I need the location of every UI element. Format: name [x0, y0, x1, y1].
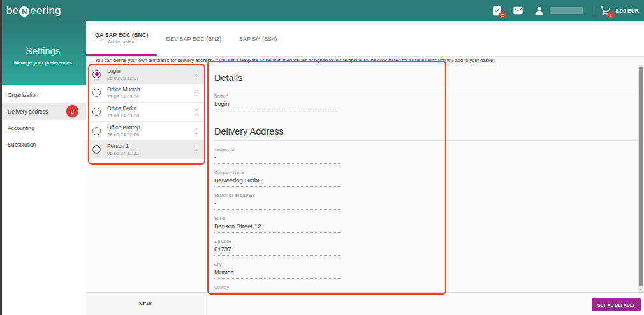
system-tabs: QA SAP ECC (BNC) Active system DEV SAP E…	[86, 21, 644, 57]
field-label: Company Name	[214, 170, 340, 175]
field-value-input[interactable]: Benson Street 12	[214, 221, 340, 233]
field-label: Country	[214, 285, 340, 289]
sidebar-item-label: Substitution	[8, 142, 36, 148]
person-icon	[534, 5, 545, 16]
field-label: Street	[214, 216, 340, 221]
address-template-list: Login 25.03.25 12:37 ⋮ Office Munich 27.…	[86, 65, 205, 292]
field-value-input[interactable]: -	[214, 152, 340, 164]
form-field: Name * Login	[214, 94, 340, 110]
settings-header: Settings Manage your preferences	[0, 21, 86, 85]
address-list-item[interactable]: Office Berlin 27.03.24 03:58 ⋮	[86, 103, 205, 122]
sidebar-item-label: Organization	[8, 92, 38, 98]
tab-label: SAP S/4 (BS4)	[239, 36, 277, 42]
system-tab[interactable]: DEV SAP ECC (BN2)	[157, 21, 230, 56]
address-date: 26.03.24 22:06	[107, 132, 140, 138]
address-list-item[interactable]: Login 25.03.25 12:37 ⋮	[86, 65, 205, 84]
address-date: 27.03.24 03:58	[107, 94, 140, 99]
field-label: Zip Code	[214, 239, 340, 244]
beneering-logo[interactable]: be N eering	[6, 4, 61, 17]
topbar-actions: 55 1 8,99 EUR	[481, 5, 644, 17]
field-value-input[interactable]: BeNeering GmbH	[214, 175, 340, 187]
sidebar-item[interactable]: Accounting	[0, 120, 86, 136]
field-label: Name *	[214, 94, 340, 98]
address-name: Login	[107, 68, 139, 74]
account-button[interactable]	[534, 5, 545, 16]
tab-sublabel: Active system	[108, 40, 135, 44]
field-value-input[interactable]: Login	[214, 98, 340, 110]
field-value-input[interactable]: 81737	[214, 244, 340, 256]
vertical-scrollbar[interactable]: ▾	[638, 65, 643, 292]
address-name: Office Munich	[107, 86, 140, 92]
address-list-item[interactable]: Office Munich 27.03.24 03:58 ⋮	[86, 84, 205, 103]
bottom-action-bar: NEW SET AS DEFAULT	[86, 292, 644, 315]
settings-sidebar: Settings Manage your preferences Organiz…	[0, 21, 86, 315]
address-name: Office Bottrop	[107, 124, 140, 131]
address-list-item[interactable]: Person 1 06.06.24 11:32 ⋮	[86, 140, 205, 159]
template-info-text: You can define your own templates for de…	[86, 56, 644, 65]
radio-button[interactable]	[92, 70, 101, 78]
tab-label: DEV SAP ECC (BN2)	[166, 36, 221, 42]
more-options-icon[interactable]: ⋮	[193, 108, 200, 115]
more-options-icon[interactable]: ⋮	[193, 128, 200, 135]
details-fields: Name * Login	[214, 94, 638, 110]
form-field: Country	[214, 285, 340, 292]
address-name: Person 1	[107, 143, 139, 149]
radio-button[interactable]	[92, 89, 101, 97]
details-panel: Details Name * Login Delivery Address Ad…	[206, 65, 638, 292]
system-tab[interactable]: QA SAP ECC (BNC) Active system	[86, 21, 157, 56]
form-field: Search for an address -	[214, 193, 340, 210]
field-value-input[interactable]: Munich	[214, 267, 340, 279]
tab-label: QA SAP ECC (BNC)	[95, 32, 149, 38]
field-value-input[interactable]: -	[214, 198, 340, 210]
scrollbar-down-arrow[interactable]: ▾	[639, 288, 643, 291]
envelope-icon	[513, 5, 523, 16]
system-tab[interactable]: SAP S/4 (BS4)	[230, 21, 286, 56]
top-navigation-bar: be N eering 55	[0, 0, 644, 21]
form-field: Address Id -	[214, 147, 340, 164]
field-label: Address Id	[214, 147, 340, 152]
scrollbar-thumb[interactable]	[639, 67, 643, 286]
details-actions: SET AS DEFAULT	[205, 292, 644, 315]
topbar-divider	[592, 5, 592, 17]
sidebar-item[interactable]: Substitution	[0, 136, 86, 153]
sidebar-item-label: Accounting	[8, 125, 34, 131]
logo-text-pre: be	[6, 4, 18, 17]
messages-button[interactable]	[513, 5, 523, 16]
address-name: Office Berlin	[107, 105, 139, 112]
tasks-badge: 55	[499, 12, 506, 18]
more-options-icon[interactable]: ⋮	[193, 89, 200, 96]
more-options-icon[interactable]: ⋮	[193, 146, 200, 153]
sidebar-item[interactable]: Organization	[0, 87, 86, 103]
set-as-default-button[interactable]: SET AS DEFAULT	[592, 298, 641, 311]
address-date: 25.03.25 12:37	[107, 75, 139, 81]
app-window: be N eering 55	[0, 0, 644, 315]
form-field: Street Benson Street 12	[214, 216, 340, 233]
page-title: Settings	[0, 21, 86, 56]
radio-button[interactable]	[92, 127, 101, 135]
more-options-icon[interactable]: ⋮	[193, 71, 200, 78]
cart-total[interactable]: 8,99 EUR	[615, 8, 639, 14]
address-date: 06.06.24 11:32	[107, 150, 139, 156]
annotation-badge-2: 2	[66, 105, 78, 117]
list-actions: NEW	[86, 292, 205, 315]
page-subtitle: Manage your preferences	[0, 60, 86, 66]
window-left-edge	[0, 0, 2, 315]
address-date: 27.03.24 03:58	[107, 113, 139, 119]
address-list-item[interactable]: Office Bottrop 26.03.24 22:06 ⋮	[86, 122, 205, 141]
delivery-address-fields: Address Id - Company Name BeNeering GmbH…	[214, 147, 638, 292]
settings-menu: Organization Delivery address Accounting…	[0, 87, 86, 153]
delivery-address-section-title: Delivery Address	[214, 119, 638, 141]
details-section-title: Details	[214, 65, 638, 87]
cart-button[interactable]: 1	[600, 5, 611, 16]
radio-button[interactable]	[92, 108, 101, 116]
logo-text-post: eering	[30, 4, 61, 17]
field-label: City	[214, 262, 340, 267]
tasks-button[interactable]: 55	[492, 5, 502, 16]
username-redacted	[550, 7, 583, 14]
form-field: City Munich	[214, 262, 340, 279]
radio-button[interactable]	[92, 145, 101, 154]
cart-badge: 1	[607, 12, 615, 18]
form-field: Zip Code 81737	[214, 239, 340, 256]
new-button[interactable]: NEW	[135, 300, 156, 307]
form-field: Company Name BeNeering GmbH	[214, 170, 340, 187]
